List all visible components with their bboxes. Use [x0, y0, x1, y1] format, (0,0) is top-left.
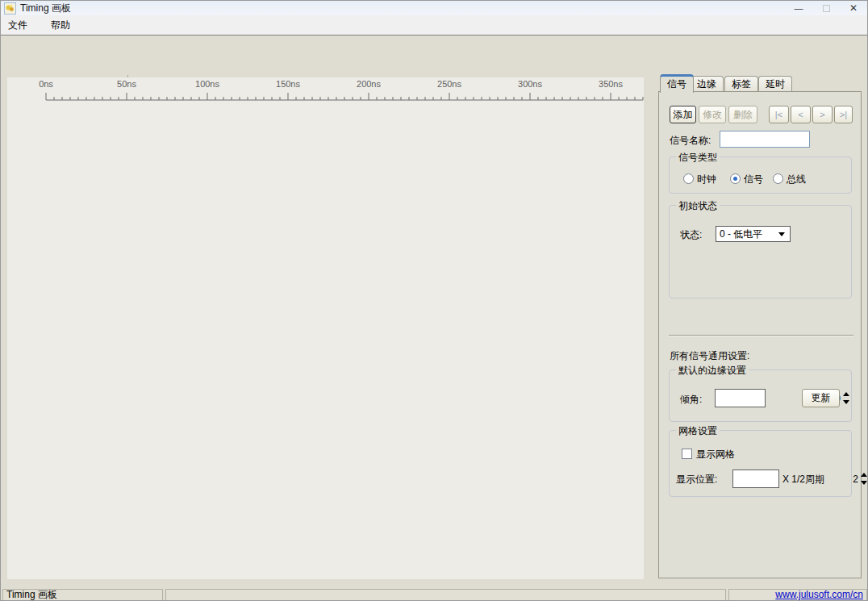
- show-grid-checkbox[interactable]: [682, 449, 692, 459]
- state-combobox[interactable]: 0 - 低电平: [716, 226, 791, 242]
- window-title: Timing 画板: [20, 2, 71, 15]
- edge-settings-group: 默认的边缘设置 倾角: 更新: [669, 369, 852, 422]
- close-button[interactable]: ✕: [840, 1, 867, 15]
- status-message: [165, 589, 726, 601]
- edge-settings-group-title: 默认的边缘设置: [676, 364, 749, 378]
- clock-radio-label[interactable]: 时钟: [697, 173, 716, 186]
- signal-name-label: 信号名称:: [670, 134, 711, 148]
- position-spin-down-icon[interactable]: [861, 479, 867, 488]
- bus-radio-label[interactable]: 总线: [787, 173, 806, 186]
- add-button[interactable]: 添加: [670, 106, 696, 123]
- maximize-icon: [823, 5, 830, 12]
- state-combobox-value: 0 - 低电平: [716, 227, 778, 241]
- timing-canvas[interactable]: 0ns50ns100ns150ns200ns250ns300ns350ns: [7, 77, 644, 579]
- modify-button[interactable]: 修改: [699, 106, 726, 123]
- state-label: 状态:: [680, 228, 702, 242]
- position-suffix-label: X 1/2周期: [782, 473, 824, 486]
- status-link-cell: www.julusoft.com/cn: [728, 589, 867, 601]
- initial-state-group: 初始状态 状态: 0 - 低电平: [669, 205, 852, 298]
- update-button[interactable]: 更新: [802, 389, 840, 407]
- minimize-button[interactable]: —: [785, 1, 812, 15]
- title-bar[interactable]: Timing 画板 — ✕: [1, 1, 867, 15]
- first-button[interactable]: |<: [769, 106, 789, 123]
- website-link[interactable]: www.julusoft.com/cn: [775, 589, 863, 600]
- app-window: Timing 画板 — ✕ 文件 帮助: [0, 0, 868, 601]
- status-app-name: Timing 画板: [2, 589, 163, 601]
- tab-label[interactable]: 标签: [724, 76, 758, 92]
- delete-button[interactable]: 删除: [728, 106, 757, 123]
- tab-edge[interactable]: 边缘: [690, 76, 724, 92]
- grid-settings-group: 网格设置 显示网格 显示位置: X 1/2周期: [669, 430, 852, 497]
- display-position-spinner: [732, 470, 779, 488]
- bus-radio[interactable]: [773, 173, 783, 184]
- signal-type-group: 信号类型 时钟 信号 总线: [669, 157, 852, 194]
- menu-item-file[interactable]: 文件: [6, 15, 29, 35]
- app-icon: [4, 2, 16, 15]
- signal-radio-label[interactable]: 信号: [744, 173, 763, 186]
- maximize-button[interactable]: [812, 1, 840, 15]
- last-button[interactable]: >|: [834, 106, 853, 123]
- show-grid-label[interactable]: 显示网格: [696, 448, 735, 461]
- chevron-down-icon: [778, 232, 785, 236]
- signal-radio[interactable]: [730, 173, 741, 184]
- grid-settings-group-title: 网格设置: [676, 424, 720, 438]
- menu-bar: 文件 帮助: [1, 15, 867, 35]
- panel-separator: [669, 335, 853, 336]
- signal-panel: 添加 修改 删除 |< < > >| 信号名称: 信号类型 时钟 信号 总线 初…: [658, 91, 862, 578]
- common-settings-label: 所有信号通用设置:: [670, 349, 749, 363]
- timeline-ruler: [7, 77, 644, 110]
- toolbar: [1, 36, 867, 73]
- tab-signal[interactable]: 信号: [660, 74, 694, 93]
- initial-state-group-title: 初始状态: [676, 199, 720, 213]
- tab-delay[interactable]: 延时: [758, 76, 792, 92]
- angle-spin-down-icon[interactable]: [843, 399, 849, 407]
- angle-label: 倾角:: [680, 393, 702, 407]
- clock-radio[interactable]: [683, 173, 694, 184]
- next-button[interactable]: >: [812, 106, 833, 123]
- signal-type-group-title: 信号类型: [676, 151, 720, 165]
- angle-spinner: [715, 389, 766, 407]
- position-spin-up-icon[interactable]: [861, 470, 867, 479]
- angle-spin-up-icon[interactable]: [843, 390, 849, 399]
- display-position-label: 显示位置:: [676, 473, 717, 486]
- menu-item-help[interactable]: 帮助: [49, 15, 72, 35]
- prev-button[interactable]: <: [791, 106, 811, 123]
- signal-name-input[interactable]: [720, 131, 810, 148]
